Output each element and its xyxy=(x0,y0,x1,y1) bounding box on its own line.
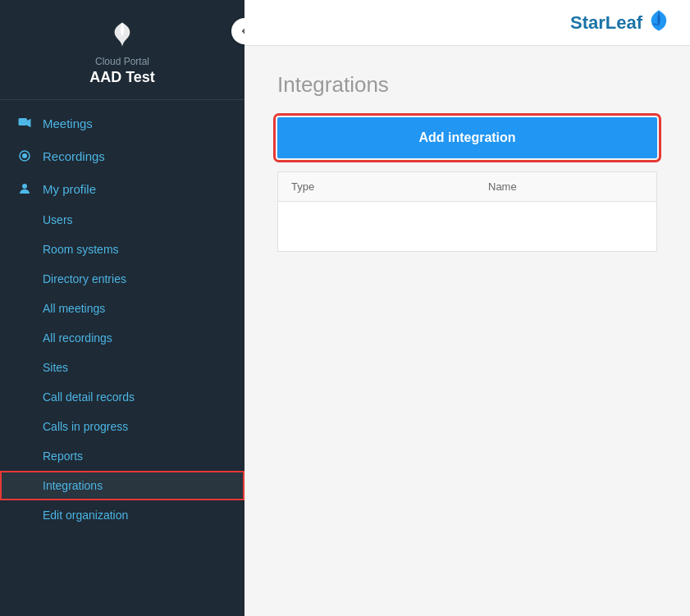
topbar: StarLeaf xyxy=(244,0,690,46)
nav-section: Meetings Recordings My profile Users Roo… xyxy=(0,100,244,536)
reports-label: Reports xyxy=(43,449,83,463)
call-detail-records-label: Call detail records xyxy=(43,390,135,404)
cloud-portal-label: Cloud Portal xyxy=(95,56,149,67)
sidebar-item-room-systems[interactable]: Room systems xyxy=(0,235,244,264)
sidebar-item-all-recordings[interactable]: All recordings xyxy=(0,323,244,353)
users-label: Users xyxy=(43,213,73,226)
sidebar: Cloud Portal AAD Test Meetings Recording… xyxy=(0,0,244,616)
my-profile-label: My profile xyxy=(43,182,96,196)
calls-in-progress-label: Calls in progress xyxy=(43,420,128,433)
profile-icon xyxy=(16,180,33,197)
sidebar-item-sites[interactable]: Sites xyxy=(0,353,244,382)
add-integration-button[interactable]: Add integration xyxy=(277,117,657,158)
svg-rect-0 xyxy=(19,118,28,125)
recordings-label: Recordings xyxy=(43,149,105,163)
page-title: Integrations xyxy=(277,72,657,98)
content-area: Integrations Add integration Type Name xyxy=(244,46,690,616)
sidebar-item-call-detail-records[interactable]: Call detail records xyxy=(0,382,244,412)
table-body xyxy=(278,202,656,251)
starleaf-leaf-icon xyxy=(647,9,670,37)
main-content: StarLeaf Integrations Add integration Ty… xyxy=(244,0,690,616)
integrations-label: Integrations xyxy=(43,479,103,492)
sidebar-item-my-profile[interactable]: My profile xyxy=(0,172,244,205)
table-col-type: Type xyxy=(291,180,488,193)
meetings-icon xyxy=(16,115,33,131)
table-header: Type Name xyxy=(278,172,656,202)
starleaf-brand: StarLeaf xyxy=(570,9,670,37)
integrations-table: Type Name xyxy=(277,171,657,252)
meetings-label: Meetings xyxy=(43,116,93,130)
room-systems-label: Room systems xyxy=(43,243,119,256)
sidebar-item-all-meetings[interactable]: All meetings xyxy=(0,294,244,323)
sidebar-item-directory-entries[interactable]: Directory entries xyxy=(0,264,244,294)
sidebar-item-integrations[interactable]: Integrations xyxy=(0,471,244,500)
table-col-name: Name xyxy=(488,180,517,193)
directory-entries-label: Directory entries xyxy=(43,272,126,285)
sites-label: Sites xyxy=(43,361,68,374)
all-meetings-label: All meetings xyxy=(43,302,105,315)
sidebar-item-calls-in-progress[interactable]: Calls in progress xyxy=(0,412,244,441)
svg-marker-1 xyxy=(27,119,31,128)
brand-name: StarLeaf xyxy=(570,12,642,34)
svg-point-4 xyxy=(22,184,27,189)
sidebar-item-edit-organization[interactable]: Edit organization xyxy=(0,500,244,530)
all-recordings-label: All recordings xyxy=(43,331,112,345)
recordings-icon xyxy=(16,148,33,164)
starleaf-bird-icon xyxy=(107,20,137,49)
edit-organization-label: Edit organization xyxy=(43,509,128,522)
sidebar-item-meetings[interactable]: Meetings xyxy=(0,107,244,139)
svg-point-3 xyxy=(22,153,27,158)
sidebar-item-reports[interactable]: Reports xyxy=(0,441,244,471)
sidebar-item-users[interactable]: Users xyxy=(0,205,244,235)
sidebar-item-recordings[interactable]: Recordings xyxy=(0,139,244,172)
org-name: AAD Test xyxy=(89,69,155,86)
sidebar-header: Cloud Portal AAD Test xyxy=(0,0,244,100)
